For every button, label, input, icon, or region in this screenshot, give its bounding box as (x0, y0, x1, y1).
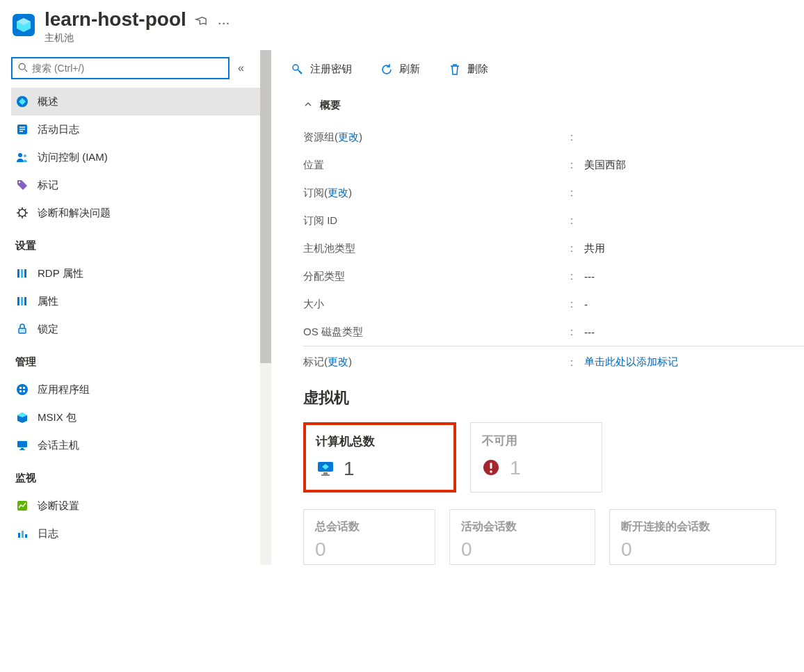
sidebar-scrollbar[interactable] (260, 50, 271, 565)
card-total-sessions[interactable]: 总会话数 0 (303, 509, 435, 565)
svg-point-13 (19, 182, 20, 183)
svg-rect-23 (19, 387, 22, 389)
kv-label: 订阅 ID (303, 214, 570, 227)
svg-rect-42 (490, 463, 492, 469)
sidebar-item-logs[interactable]: 日志 (11, 520, 260, 547)
sidebar-item-session-hosts[interactable]: 会话主机 (11, 431, 260, 459)
toolbar: 注册密钥 刷新 删除 (291, 50, 804, 89)
svg-rect-25 (19, 390, 22, 392)
essentials-toggle[interactable]: 概要 (303, 99, 804, 112)
card-value: 0 (621, 538, 764, 561)
scrollbar-thumb[interactable] (260, 50, 271, 363)
svg-rect-35 (25, 534, 27, 538)
kv-value: 共用 (584, 242, 605, 255)
sidebar-item-locks[interactable]: 锁定 (11, 315, 260, 343)
sidebar-item-label: 活动日志 (38, 123, 79, 136)
search-input[interactable] (32, 63, 223, 74)
card-total-machines[interactable]: 计算机总数 1 (303, 422, 456, 493)
svg-point-3 (19, 63, 25, 70)
kv-hostpool-type: 主机池类型 : 共用 (303, 234, 804, 262)
tag-icon (15, 178, 29, 192)
svg-rect-33 (18, 533, 20, 538)
essentials-title: 概要 (320, 99, 341, 112)
sidebar-item-label: 标记 (38, 179, 58, 192)
sidebar-item-msix[interactable]: MSIX 包 (11, 403, 260, 431)
svg-point-22 (17, 384, 28, 395)
card-disconnected-sessions[interactable]: 断开连接的会话数 0 (609, 509, 776, 565)
properties-icon (15, 294, 29, 308)
svg-rect-31 (19, 449, 25, 450)
session-host-icon (15, 438, 29, 452)
delete-button[interactable]: 删除 (448, 63, 488, 77)
kv-label: 大小 (303, 298, 570, 311)
sidebar-item-label: RDP 属性 (38, 267, 83, 280)
sidebar-item-label: 锁定 (38, 323, 58, 336)
search-input-wrap[interactable] (11, 57, 230, 79)
sidebar-section-monitor: 监视 (11, 459, 260, 492)
sidebar-item-diag-settings[interactable]: 诊断设置 (11, 492, 260, 520)
change-link[interactable]: 更改 (328, 186, 348, 198)
svg-rect-10 (19, 131, 23, 132)
activity-log-icon (15, 122, 29, 136)
refresh-button[interactable]: 刷新 (380, 63, 420, 77)
sidebar-item-label: 诊断和解决问题 (38, 207, 111, 220)
kv-value: --- (584, 326, 595, 338)
register-key-button[interactable]: 注册密钥 (291, 63, 352, 77)
sidebar-item-tags[interactable]: 标记 (11, 171, 260, 199)
sidebar-item-label: 访问控制 (IAM) (38, 151, 108, 164)
svg-line-4 (25, 69, 28, 72)
session-cards: 总会话数 0 活动会话数 0 断开连接的会话数 0 (303, 509, 804, 565)
card-title: 不可用 (482, 433, 590, 449)
vm-section-title: 虚拟机 (303, 387, 804, 408)
svg-rect-24 (23, 387, 25, 389)
msix-icon (15, 410, 29, 424)
sidebar-item-overview[interactable]: 概述 (11, 88, 260, 115)
svg-point-43 (490, 470, 492, 473)
svg-rect-34 (22, 531, 24, 538)
sidebar-item-app-groups[interactable]: 应用程序组 (11, 376, 260, 403)
sidebar-item-iam[interactable]: 访问控制 (IAM) (11, 143, 260, 171)
svg-rect-26 (23, 390, 25, 392)
kv-size: 大小 : - (303, 290, 804, 318)
overview-icon (15, 95, 29, 109)
card-active-sessions[interactable]: 活动会话数 0 (449, 509, 595, 565)
pin-icon[interactable] (195, 15, 207, 30)
svg-rect-40 (321, 474, 330, 476)
sidebar-item-diagnose[interactable]: 诊断和解决问题 (11, 199, 260, 227)
change-link[interactable]: 更改 (338, 131, 359, 143)
card-title: 计算机总数 (316, 433, 444, 449)
svg-rect-20 (24, 297, 26, 305)
error-icon (482, 458, 501, 478)
sidebar-section-settings: 设置 (11, 227, 260, 259)
card-unavailable[interactable]: 不可用 1 (470, 422, 602, 493)
kv-label: 分配类型 (303, 270, 570, 283)
sidebar-section-manage: 管理 (11, 343, 260, 376)
svg-point-11 (18, 153, 22, 157)
page-subtitle: 主机池 (45, 32, 186, 45)
sidebar-item-rdp[interactable]: RDP 属性 (11, 259, 260, 287)
sidebar: « 概述 活动日志 访问控制 (IAM) 标记 诊断和解决问题 (0, 50, 260, 565)
app-groups-icon (15, 383, 29, 397)
kv-label: 资源组(更改) (303, 131, 570, 144)
sidebar-item-activity-log[interactable]: 活动日志 (11, 115, 260, 143)
kv-os-disk: OS 磁盘类型 : --- (303, 318, 804, 346)
diag-settings-icon (15, 499, 29, 513)
sidebar-item-label: 概述 (38, 95, 58, 109)
add-tags-link[interactable]: 单击此处以添加标记 (584, 355, 678, 367)
kv-label: OS 磁盘类型 (303, 326, 570, 339)
monitor-icon (316, 459, 335, 479)
svg-rect-19 (21, 297, 23, 305)
rdp-icon (15, 266, 29, 280)
sidebar-item-label: 应用程序组 (38, 383, 90, 397)
collapse-sidebar-icon[interactable]: « (238, 62, 244, 74)
more-icon[interactable]: ··· (218, 18, 231, 29)
change-link[interactable]: 更改 (328, 355, 348, 367)
card-title: 断开连接的会话数 (621, 520, 764, 534)
kv-value: - (584, 298, 588, 310)
card-title: 总会话数 (315, 520, 424, 534)
sidebar-item-properties[interactable]: 属性 (11, 287, 260, 315)
svg-point-12 (24, 154, 26, 157)
kv-resource-group: 资源组(更改) : (303, 123, 804, 151)
header-text: learn-host-pool 主机池 (45, 8, 186, 45)
svg-rect-8 (19, 127, 25, 128)
